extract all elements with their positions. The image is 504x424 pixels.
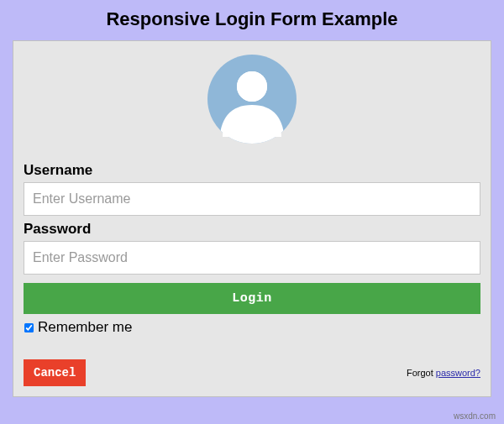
- remember-row: Remember me: [24, 319, 480, 336]
- forgot-text: Forgot password?: [407, 368, 480, 378]
- forgot-password-link[interactable]: password?: [436, 368, 480, 378]
- forgot-prefix: Forgot: [407, 368, 436, 378]
- watermark: wsxdn.com: [454, 411, 496, 421]
- avatar-container: [13, 41, 491, 157]
- bottom-row: Cancel Forgot password?: [13, 359, 491, 396]
- svg-point-4: [237, 71, 267, 102]
- avatar-icon: [206, 53, 298, 145]
- password-label: Password: [24, 221, 480, 238]
- remember-checkbox[interactable]: [24, 322, 34, 332]
- password-input[interactable]: [24, 241, 480, 275]
- login-card: Username Password Login Remember me Canc…: [13, 40, 491, 397]
- username-input[interactable]: [24, 182, 480, 216]
- username-label: Username: [24, 162, 480, 179]
- form-area: Username Password Login Remember me: [13, 162, 491, 344]
- login-button[interactable]: Login: [24, 283, 480, 314]
- cancel-button[interactable]: Cancel: [24, 359, 86, 386]
- remember-label: Remember me: [38, 319, 132, 336]
- page-title: Responsive Login Form Example: [13, 8, 491, 30]
